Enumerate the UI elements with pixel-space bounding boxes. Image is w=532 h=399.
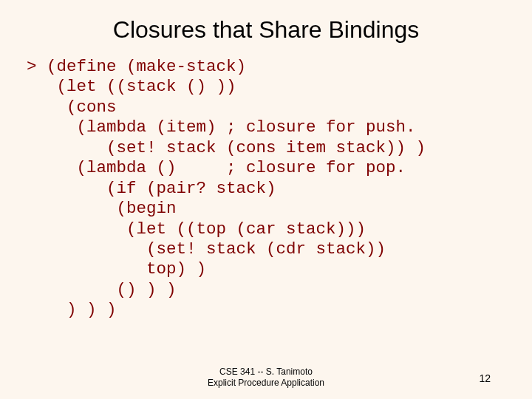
footer-line-2: Explicit Procedure Application [0, 378, 532, 389]
slide-title: Closures that Share Bindings [0, 0, 532, 51]
slide-footer: CSE 341 -- S. Tanimoto Explicit Procedur… [0, 366, 532, 389]
footer-line-1: CSE 341 -- S. Tanimoto [0, 366, 532, 378]
code-block: > (define (make-stack) (let ((stack () )… [0, 51, 532, 321]
page-number: 12 [479, 372, 491, 384]
